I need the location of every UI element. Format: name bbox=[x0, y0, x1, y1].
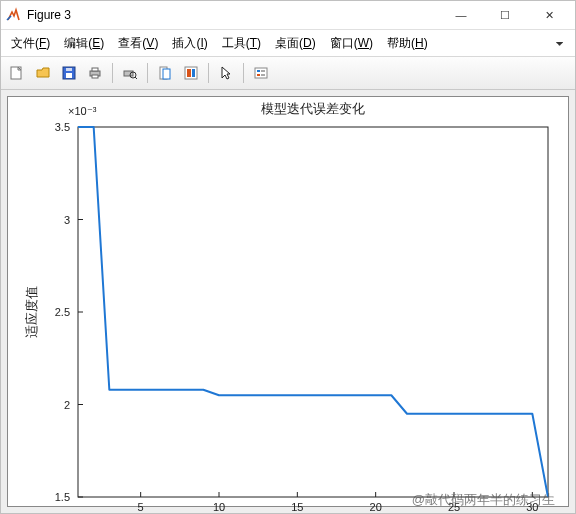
menu-file[interactable]: 文件(F) bbox=[7, 34, 54, 53]
menu-edit[interactable]: 编辑(E) bbox=[60, 34, 108, 53]
titlebar[interactable]: Figure 3 — ☐ ✕ bbox=[1, 1, 575, 30]
svg-text:1.5: 1.5 bbox=[55, 491, 70, 503]
menu-help[interactable]: 帮助(H) bbox=[383, 34, 432, 53]
svg-rect-3 bbox=[66, 68, 72, 71]
plot-svg: 模型迭代误差变化×10⁻³510152025301.522.533.5适应度值粒… bbox=[8, 97, 568, 513]
menu-desktop[interactable]: 桌面(D) bbox=[271, 34, 320, 53]
new-figure-button[interactable] bbox=[5, 61, 29, 85]
pointer-icon bbox=[218, 65, 234, 81]
svg-text:粒子群优化次数: 粒子群优化次数 bbox=[268, 512, 359, 513]
menu-insert[interactable]: 插入(I) bbox=[168, 34, 211, 53]
svg-rect-19 bbox=[78, 127, 548, 497]
svg-text:3: 3 bbox=[64, 214, 70, 226]
insert-legend-icon bbox=[253, 65, 269, 81]
svg-rect-13 bbox=[192, 69, 195, 77]
svg-rect-14 bbox=[255, 68, 267, 78]
print-preview-icon bbox=[122, 65, 138, 81]
close-button[interactable]: ✕ bbox=[527, 1, 571, 29]
svg-text:25: 25 bbox=[448, 501, 460, 513]
plot-panel: 模型迭代误差变化×10⁻³510152025301.522.533.5适应度值粒… bbox=[7, 96, 569, 507]
open-icon bbox=[35, 65, 51, 81]
save-button[interactable] bbox=[57, 61, 81, 85]
svg-text:2: 2 bbox=[64, 399, 70, 411]
new-figure-icon bbox=[9, 65, 25, 81]
maximize-button[interactable]: ☐ bbox=[483, 1, 527, 29]
print-icon bbox=[87, 65, 103, 81]
menu-tools[interactable]: 工具(T) bbox=[218, 34, 265, 53]
data-cursor-icon bbox=[183, 65, 199, 81]
menu-view[interactable]: 查看(V) bbox=[114, 34, 162, 53]
link-icon bbox=[157, 65, 173, 81]
menubar: 文件(F) 编辑(E) 查看(V) 插入(I) 工具(T) 桌面(D) 窗口(W… bbox=[1, 30, 575, 57]
svg-text:模型迭代误差变化: 模型迭代误差变化 bbox=[261, 101, 365, 116]
figure-window: Figure 3 — ☐ ✕ 文件(F) 编辑(E) 查看(V) 插入(I) 工… bbox=[0, 0, 576, 514]
minimize-button[interactable]: — bbox=[439, 1, 483, 29]
window-title: Figure 3 bbox=[27, 8, 439, 22]
svg-text:5: 5 bbox=[138, 501, 144, 513]
svg-text:30: 30 bbox=[526, 501, 538, 513]
svg-text:20: 20 bbox=[370, 501, 382, 513]
plot-area[interactable]: 模型迭代误差变化×10⁻³510152025301.522.533.5适应度值粒… bbox=[1, 90, 575, 513]
svg-text:×10⁻³: ×10⁻³ bbox=[68, 105, 97, 117]
svg-rect-2 bbox=[66, 73, 72, 78]
menu-window[interactable]: 窗口(W) bbox=[326, 34, 377, 53]
insert-legend-button[interactable] bbox=[249, 61, 273, 85]
svg-rect-6 bbox=[92, 75, 98, 78]
svg-text:10: 10 bbox=[213, 501, 225, 513]
save-icon bbox=[61, 65, 77, 81]
svg-rect-5 bbox=[92, 68, 98, 71]
toolbar bbox=[1, 57, 575, 90]
toolbar-sep bbox=[208, 63, 209, 83]
print-button[interactable] bbox=[83, 61, 107, 85]
window-controls: — ☐ ✕ bbox=[439, 1, 571, 29]
link-button[interactable] bbox=[153, 61, 177, 85]
svg-text:3.5: 3.5 bbox=[55, 121, 70, 133]
matlab-icon bbox=[5, 7, 21, 23]
menu-overflow-icon[interactable]: ⏷ bbox=[551, 38, 569, 49]
toolbar-sep bbox=[147, 63, 148, 83]
svg-rect-7 bbox=[124, 71, 133, 76]
svg-rect-10 bbox=[163, 69, 170, 79]
print-preview-button[interactable] bbox=[118, 61, 142, 85]
svg-text:2.5: 2.5 bbox=[55, 306, 70, 318]
pointer-button[interactable] bbox=[214, 61, 238, 85]
svg-rect-12 bbox=[187, 69, 191, 77]
open-button[interactable] bbox=[31, 61, 55, 85]
data-cursor-button[interactable] bbox=[179, 61, 203, 85]
toolbar-sep bbox=[243, 63, 244, 83]
svg-text:适应度值: 适应度值 bbox=[24, 286, 39, 338]
toolbar-sep bbox=[112, 63, 113, 83]
